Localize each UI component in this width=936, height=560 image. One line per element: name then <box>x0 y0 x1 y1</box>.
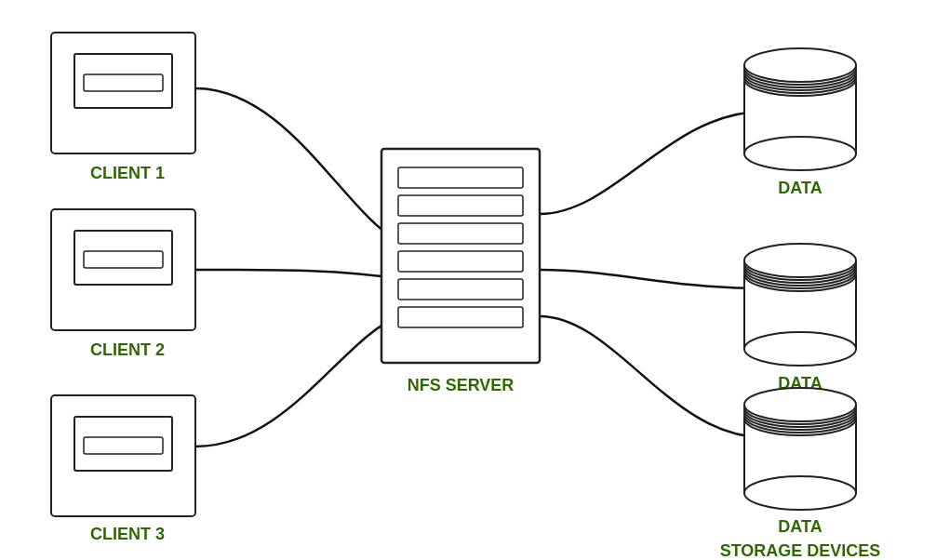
line-server-data3 <box>540 316 763 437</box>
svg-point-22 <box>744 48 856 82</box>
line-server-data2 <box>540 270 763 288</box>
svg-rect-8 <box>84 437 163 454</box>
svg-rect-12 <box>398 223 523 244</box>
storage-devices-label: STORAGE DEVICES <box>720 541 881 560</box>
svg-point-33 <box>744 332 856 366</box>
client1-icon <box>51 33 195 153</box>
client1-label: CLIENT 1 <box>90 164 165 182</box>
server-label: NFS SERVER <box>408 376 515 394</box>
storage1-icon <box>744 48 856 170</box>
svg-rect-5 <box>84 251 163 268</box>
client3-label: CLIENT 3 <box>90 525 165 543</box>
client2-label: CLIENT 2 <box>90 340 165 359</box>
svg-rect-11 <box>398 195 523 216</box>
line-server-data1 <box>540 112 763 214</box>
svg-point-43 <box>744 476 856 510</box>
storage2-icon <box>744 244 856 366</box>
svg-rect-14 <box>398 279 523 300</box>
data1-label: DATA <box>778 179 822 197</box>
storage3-icon <box>744 388 856 510</box>
svg-point-42 <box>744 388 856 421</box>
svg-rect-2 <box>84 74 163 91</box>
svg-point-32 <box>744 244 856 277</box>
line-client3-server <box>195 316 400 447</box>
svg-rect-15 <box>398 307 523 327</box>
svg-rect-10 <box>398 167 523 188</box>
data3-label: DATA <box>778 517 822 536</box>
line-client2-server <box>195 270 400 279</box>
client3-icon <box>51 395 195 516</box>
nfs-diagram: CLIENT 1 CLIENT 2 CLIENT 3 NFS SERVER <box>0 0 936 560</box>
nfs-server-icon <box>381 149 540 363</box>
svg-rect-13 <box>398 251 523 272</box>
line-client1-server <box>195 88 400 242</box>
client2-icon <box>51 209 195 330</box>
svg-point-23 <box>744 137 856 170</box>
